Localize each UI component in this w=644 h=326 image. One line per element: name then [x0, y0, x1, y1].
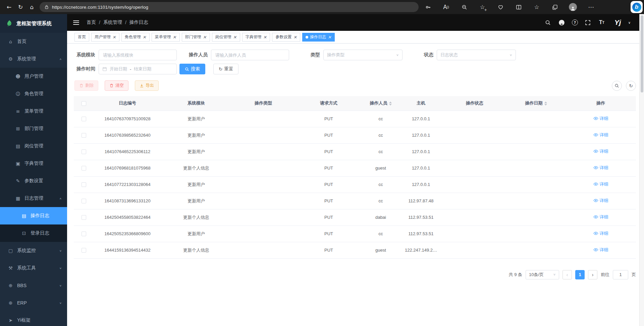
page-size-select[interactable]: 10条/页 ∨: [526, 270, 559, 279]
github-icon[interactable]: [558, 19, 566, 26]
browser-back-icon[interactable]: ←: [3, 1, 15, 13]
scrollbar-track[interactable]: [639, 14, 644, 326]
operator-filter-input[interactable]: [211, 50, 289, 60]
sidebar-item[interactable]: ▤ 操作日志: [0, 207, 67, 224]
detail-link[interactable]: 详细: [593, 165, 608, 171]
status-filter-select[interactable]: 日志状态 ∨: [437, 50, 516, 60]
view-tab[interactable]: 角色管理 ×: [121, 33, 150, 42]
collections-icon[interactable]: [549, 1, 560, 13]
detail-link[interactable]: 详细: [593, 231, 608, 237]
clear-button[interactable]: 清空: [105, 80, 128, 91]
sidebar-item[interactable]: ⚙ 系统管理 ∧: [0, 50, 67, 68]
tab-close-icon[interactable]: ×: [328, 35, 331, 39]
view-tab[interactable]: 部门管理 ×: [182, 33, 210, 42]
tab-close-icon[interactable]: ×: [203, 35, 207, 39]
row-checkbox[interactable]: [82, 166, 86, 171]
breadcrumb-item[interactable]: 操作日志: [129, 19, 148, 25]
password-key-icon[interactable]: [423, 1, 433, 13]
row-checkbox[interactable]: [82, 248, 86, 253]
row-checkbox[interactable]: [82, 215, 86, 220]
favorites-icon[interactable]: ☆: [531, 1, 542, 13]
toggle-search-button[interactable]: [612, 81, 622, 91]
sidebar-item[interactable]: ☻ 用户管理: [0, 68, 67, 85]
tab-close-icon[interactable]: ×: [263, 35, 267, 39]
avatar-caret-icon[interactable]: ∨: [628, 21, 631, 24]
detail-link[interactable]: 详细: [593, 198, 608, 204]
view-tab[interactable]: 参数设置 ×: [272, 33, 300, 42]
sidebar-item[interactable]: ⌂ 首页: [0, 33, 67, 50]
tab-close-icon[interactable]: ×: [143, 35, 146, 39]
module-filter-input[interactable]: [99, 50, 177, 60]
tab-close-icon[interactable]: ×: [112, 35, 116, 39]
scrollbar-thumb[interactable]: [641, 15, 643, 92]
view-tab[interactable]: 字典管理 ×: [242, 33, 270, 42]
fullscreen-icon[interactable]: [584, 19, 592, 26]
add-favorite-icon[interactable]: ☆+: [477, 1, 488, 13]
browser-reload-icon[interactable]: ↻: [15, 1, 26, 13]
sidebar-toggle-icon[interactable]: [73, 20, 79, 25]
type-filter-select[interactable]: 操作类型 ∨: [323, 50, 402, 60]
tab-close-icon[interactable]: ×: [293, 35, 297, 39]
sidebar-item[interactable]: ▦ 日志管理 ∧: [0, 190, 67, 207]
read-aloud-icon[interactable]: A)): [441, 1, 451, 13]
breadcrumb-item[interactable]: 系统管理: [103, 19, 122, 25]
sidebar-item[interactable]: ⊡ 登录日志: [0, 224, 67, 242]
sidebar-item[interactable]: ▢ 系统监控 ∨: [0, 242, 67, 259]
profile-avatar-icon[interactable]: [568, 1, 578, 13]
row-checkbox[interactable]: [82, 117, 86, 121]
prev-page-button[interactable]: ‹: [562, 270, 572, 279]
browser-essentials-icon[interactable]: [495, 1, 506, 13]
tab-close-icon[interactable]: ×: [233, 35, 237, 39]
view-tab[interactable]: 首页 ×: [74, 33, 89, 42]
detail-link[interactable]: 详细: [593, 148, 608, 154]
export-button[interactable]: 导出: [135, 80, 159, 91]
view-tab[interactable]: 岗位管理 ×: [212, 33, 240, 42]
sidebar-item[interactable]: ▣ 字典管理: [0, 155, 67, 172]
reset-button[interactable]: ↻ 重置: [213, 64, 238, 74]
search-button[interactable]: 搜索: [179, 64, 205, 74]
date-range-picker[interactable]: 开始日期 - 结束日期: [99, 64, 177, 74]
sidebar-item[interactable]: ⊕ ERP ∨: [0, 294, 67, 312]
goto-page-input[interactable]: [613, 270, 628, 279]
row-checkbox[interactable]: [82, 199, 86, 203]
detail-link[interactable]: 详细: [593, 247, 608, 253]
app-logo[interactable]: 意框架管理系统: [0, 14, 67, 33]
row-checkbox[interactable]: [82, 149, 86, 154]
breadcrumb-item[interactable]: 首页: [87, 19, 96, 25]
tab-close-icon[interactable]: ×: [173, 35, 176, 39]
detail-link[interactable]: 详细: [593, 181, 608, 187]
select-all-checkbox[interactable]: [82, 101, 86, 106]
browser-home-icon[interactable]: ⌂: [26, 1, 38, 13]
delete-button[interactable]: 删除: [74, 80, 98, 91]
view-tab[interactable]: 操作日志 ×: [302, 33, 335, 42]
search-icon[interactable]: [544, 19, 552, 26]
sidebar-item[interactable]: ⚒ 系统工具 ∨: [0, 259, 67, 277]
split-screen-icon[interactable]: [513, 1, 524, 13]
sidebar-item[interactable]: ➤ Yi框架: [0, 312, 67, 326]
row-checkbox[interactable]: [82, 232, 86, 236]
row-checkbox[interactable]: [82, 182, 86, 187]
sort-caret-icon[interactable]: [389, 102, 392, 106]
next-page-button[interactable]: ›: [588, 270, 597, 279]
sidebar-item[interactable]: ☺ 角色管理: [0, 85, 67, 103]
page-number-button[interactable]: 1: [575, 270, 585, 279]
sidebar-item[interactable]: ⊕ BBS ∨: [0, 277, 67, 294]
bing-copilot-button[interactable]: b: [631, 1, 643, 13]
zoom-out-icon[interactable]: [459, 1, 470, 13]
sidebar-item[interactable]: ⊞ 部门管理: [0, 120, 67, 137]
sidebar-item[interactable]: ≡ 菜单管理: [0, 103, 67, 120]
address-bar[interactable]: https://ccnetcore.com:1101/system/log/op…: [40, 2, 419, 12]
view-tab[interactable]: 用户管理 ×: [91, 33, 119, 42]
sort-caret-icon[interactable]: [544, 102, 547, 106]
detail-link[interactable]: 详细: [593, 132, 608, 138]
sidebar-item[interactable]: ▤ 岗位管理: [0, 137, 67, 155]
refresh-table-button[interactable]: ↻: [626, 81, 636, 91]
detail-link[interactable]: 详细: [593, 116, 608, 122]
view-tab[interactable]: 菜单管理 ×: [152, 33, 180, 42]
user-avatar[interactable]: Yj: [614, 18, 621, 26]
font-size-icon[interactable]: TT: [598, 19, 605, 26]
sidebar-item[interactable]: ✎ 参数设置: [0, 172, 67, 190]
detail-link[interactable]: 详细: [593, 214, 608, 220]
row-checkbox[interactable]: [82, 133, 86, 138]
help-icon[interactable]: ?: [572, 19, 578, 25]
